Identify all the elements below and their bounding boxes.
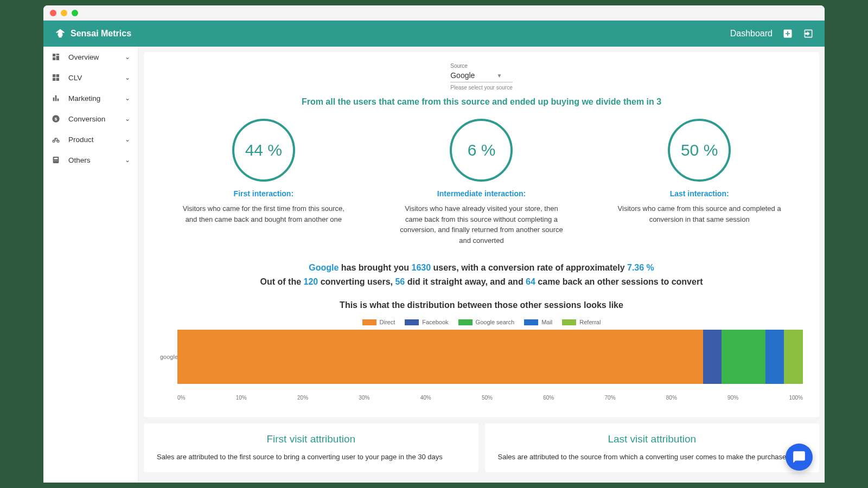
chart-ylabel: google [160,354,177,360]
intermediate-interaction-col: 6 % Intermediate interaction: Visitors w… [394,119,568,246]
window-maximize-button[interactable] [72,10,78,16]
sidebar-item-overview[interactable]: Overview ⌄ [43,47,138,67]
pct-circle: 6 % [450,119,513,182]
brand-icon [54,28,66,40]
svg-rect-5 [53,98,55,101]
stacked-bar [177,330,803,384]
attrib-title: First visit attribution [157,433,465,445]
source-label: Source [450,63,513,69]
attribution-card: Source Google ▼ Please select your sourc… [144,52,819,417]
svg-rect-2 [56,74,59,77]
attrib-title: Last visit attribution [498,433,807,445]
bike-icon [51,134,61,144]
attrib-text: Sales are attributed to the first source… [157,452,465,463]
chevron-down-icon: ⌄ [125,136,130,143]
grid-icon [51,73,61,82]
svg-point-15 [55,160,56,161]
legend-item[interactable]: Referral [562,319,601,325]
source-hint: Please select your source [450,85,513,91]
sidebar-item-label: Overview [68,53,117,61]
circle-desc: Visitors who came for the first time fro… [177,203,350,224]
chevron-down-icon: ⌄ [125,74,130,81]
app-header: Sensai Metrics Dashboard [43,21,825,47]
brand: Sensai Metrics [54,28,131,40]
brand-label: Sensai Metrics [71,29,131,38]
bar-segment [722,330,765,384]
last-visit-attribution-card: Last visit attribution Sales are attribu… [485,423,820,472]
add-box-icon[interactable] [782,28,793,39]
svg-rect-6 [55,95,57,101]
svg-rect-1 [53,74,55,77]
interaction-stats: 44 % First interaction: Visitors who cam… [160,119,803,246]
calculator-icon [51,155,61,165]
legend-item[interactable]: Google search [458,319,515,325]
circle-title: First interaction: [177,189,350,198]
sidebar-item-marketing[interactable]: Marketing ⌄ [43,88,138,108]
first-visit-attribution-card: First visit attribution Sales are attrib… [144,423,478,472]
svg-rect-4 [56,78,59,81]
chevron-down-icon: ⌄ [125,115,130,123]
svg-point-0 [58,33,62,36]
distribution-title: This is what the distribution between th… [160,300,803,310]
circle-title: Last interaction: [612,189,786,198]
bar-segment [784,330,803,384]
sidebar-item-product[interactable]: Product ⌄ [43,129,138,150]
pct-circle: 44 % [232,119,295,182]
bar-chart-icon [51,93,61,103]
chevron-down-icon: ⌄ [125,53,130,61]
chevron-down-icon: ⌄ [125,156,130,164]
tagline: From all the users that came from this s… [160,97,803,107]
svg-point-16 [57,160,58,161]
sidebar-item-label: CLV [68,74,117,82]
svg-rect-7 [58,99,59,101]
sidebar-item-others[interactable]: Others ⌄ [43,150,138,170]
source-select[interactable]: Google ▼ [450,69,513,82]
svg-point-14 [54,160,55,161]
attrib-text: Sales are attributed to the source from … [498,452,807,463]
distribution-chart: google [160,330,803,384]
sidebar-item-label: Conversion [68,115,117,123]
summary-text: Google has brought you 1630 users, with … [160,261,803,288]
main-content: Source Google ▼ Please select your sourc… [138,47,825,483]
caret-down-icon: ▼ [496,73,502,79]
dashboard-icon [51,52,61,62]
circle-desc: Visitors who came from this source and c… [612,203,786,224]
bar-segment [765,330,784,384]
bar-segment [177,330,703,384]
svg-rect-12 [53,157,59,163]
chart-legend: DirectFacebookGoogle searchMailReferral [160,319,803,325]
dollar-icon: $ [51,114,61,124]
svg-text:$: $ [55,117,58,121]
chat-icon [792,450,806,464]
chat-widget-button[interactable] [786,444,813,471]
svg-rect-3 [53,78,55,81]
chart-x-axis: 0%10%20%30%40%50%60%70%80%90%100% [177,395,803,401]
sidebar-item-conversion[interactable]: $ Conversion ⌄ [43,108,138,129]
window-titlebar [43,5,825,21]
source-value: Google [450,71,475,80]
chevron-down-icon: ⌄ [125,94,130,102]
circle-desc: Visitors who have already visited your s… [394,203,568,246]
first-interaction-col: 44 % First interaction: Visitors who cam… [177,119,350,246]
window-close-button[interactable] [50,10,56,16]
sidebar-item-label: Marketing [68,94,117,102]
sidebar-item-label: Others [68,156,117,164]
pct-circle: 50 % [668,119,731,182]
last-interaction-col: 50 % Last interaction: Visitors who came… [612,119,786,246]
legend-item[interactable]: Direct [362,319,395,325]
sidebar-item-label: Product [68,136,117,144]
sidebar-item-clv[interactable]: CLV ⌄ [43,67,138,88]
window-minimize-button[interactable] [61,10,67,16]
logout-icon[interactable] [803,28,814,39]
bar-segment [703,330,722,384]
legend-item[interactable]: Mail [524,319,552,325]
legend-item[interactable]: Facebook [405,319,448,325]
dashboard-link[interactable]: Dashboard [730,29,773,38]
svg-rect-13 [54,158,58,159]
sidebar: Overview ⌄ CLV ⌄ Marketing ⌄ $ Conversio… [43,47,138,483]
circle-title: Intermediate interaction: [394,189,568,198]
